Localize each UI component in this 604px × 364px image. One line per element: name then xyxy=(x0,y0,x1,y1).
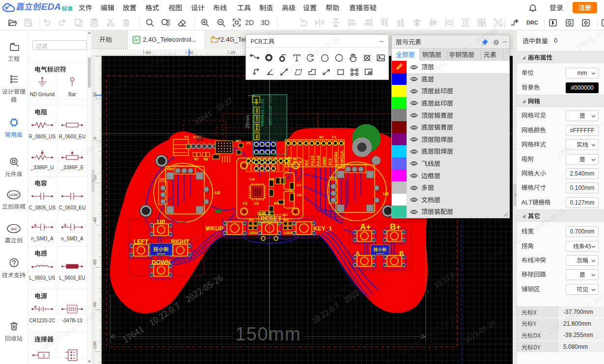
svg-text:C4: C4 xyxy=(249,177,255,182)
svg-text:WKUP: WKUP xyxy=(205,225,223,232)
svg-text:-60: -60 xyxy=(145,50,151,55)
svg-text:KEY_1: KEY_1 xyxy=(313,225,332,232)
svg-text:-40: -40 xyxy=(187,50,193,55)
svg-text:IP2: IP2 xyxy=(236,139,241,143)
svg-text:C8: C8 xyxy=(297,193,302,197)
svg-text:B+: B+ xyxy=(390,222,401,232)
svg-text:PA14: PA14 xyxy=(316,156,321,166)
svg-text:DOWN: DOWN xyxy=(152,259,170,266)
svg-text:A: A xyxy=(356,250,360,257)
svg-text:U3: U3 xyxy=(215,190,220,195)
svg-text:M1: M1 xyxy=(319,135,324,139)
svg-text:LED2: LED2 xyxy=(249,231,258,234)
svg-text:R5: R5 xyxy=(269,177,275,182)
svg-text:TX: TX xyxy=(298,160,303,166)
svg-text:SWCLK: SWCLK xyxy=(339,150,344,166)
svg-text:U4: U4 xyxy=(383,191,389,196)
svg-text:B: B xyxy=(399,250,404,257)
svg-text:VR1: VR1 xyxy=(329,176,337,180)
svg-text:RX: RX xyxy=(304,160,309,166)
svg-text:-20: -20 xyxy=(229,50,236,55)
svg-text:SW1: SW1 xyxy=(193,135,201,139)
svg-text:GND: GND xyxy=(322,156,327,166)
svg-text:UP: UP xyxy=(157,219,165,226)
svg-text:VDC: VDC xyxy=(255,107,258,113)
svg-text:GND: GND xyxy=(286,156,291,166)
svg-text:LED3: LED3 xyxy=(284,231,293,234)
svg-text:CSN: CSN xyxy=(255,116,258,122)
svg-text:3V3: 3V3 xyxy=(292,158,297,166)
svg-text:-80: -80 xyxy=(92,302,97,308)
svg-text:nRF24L01P V1.0: nRF24L01P V1.0 xyxy=(268,95,273,126)
svg-text:U2: U2 xyxy=(254,201,259,206)
svg-text:PA13: PA13 xyxy=(310,156,315,166)
svg-text:C7: C7 xyxy=(297,183,302,187)
svg-text:-60: -60 xyxy=(92,260,97,266)
svg-text:R4: R4 xyxy=(274,201,279,206)
svg-text:0: 0 xyxy=(92,137,97,139)
svg-text:P4: P4 xyxy=(332,135,336,139)
svg-text:RIGHT: RIGHT xyxy=(171,238,190,245)
svg-text:VR1: VR1 xyxy=(159,177,166,182)
svg-text:jixin.pro: jixin.pro xyxy=(376,252,384,255)
svg-text:R3: R3 xyxy=(284,218,289,221)
svg-text:R2: R2 xyxy=(249,218,254,221)
svg-text:R7: R7 xyxy=(194,157,199,161)
svg-text:C1: C1 xyxy=(243,201,248,206)
svg-text:A+: A+ xyxy=(360,222,371,232)
svg-text:R8: R8 xyxy=(204,157,208,161)
svg-text:jixin.pro: jixin.pro xyxy=(156,253,165,255)
svg-text:29mm: 29mm xyxy=(245,115,250,129)
svg-text:MOSI: MOSI xyxy=(255,124,258,130)
svg-text:GND: GND xyxy=(255,99,258,104)
svg-text:150mm: 150mm xyxy=(235,324,301,344)
svg-text:LED1: LED1 xyxy=(257,211,266,215)
svg-text:U1: U1 xyxy=(247,141,251,145)
svg-text:Wireless-2.4G: Wireless-2.4G xyxy=(260,99,265,127)
svg-text:-100: -100 xyxy=(92,341,97,350)
svg-text:P1: P1 xyxy=(184,135,189,139)
svg-text:SWDIO: SWDIO xyxy=(333,152,338,166)
svg-text:LCSC: LCSC xyxy=(9,193,19,197)
svg-text:LEFT: LEFT xyxy=(134,238,149,245)
svg-text:20: 20 xyxy=(92,92,97,97)
svg-text:IRQ: IRQ xyxy=(255,134,258,139)
svg-text:VR2: VR2 xyxy=(166,167,174,171)
svg-text:JLC: JLC xyxy=(11,227,17,231)
svg-text:-40: -40 xyxy=(92,217,97,224)
svg-text:3V3: 3V3 xyxy=(328,158,332,166)
